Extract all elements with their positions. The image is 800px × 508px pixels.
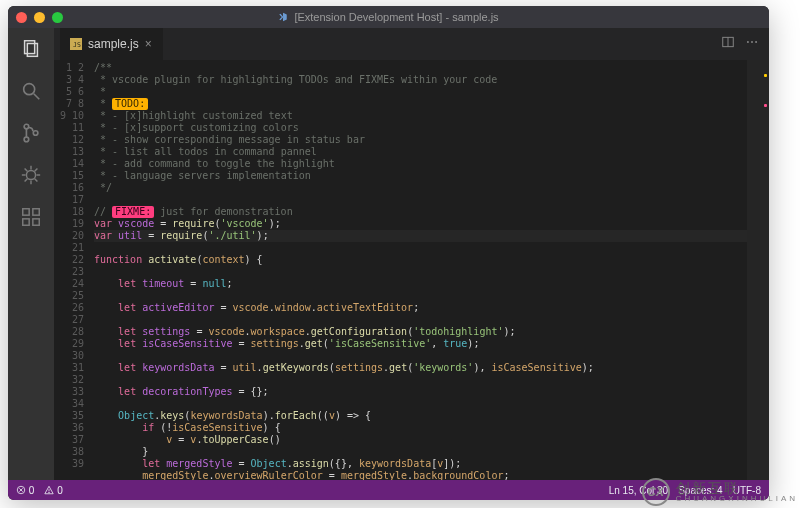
minimap[interactable] xyxy=(747,60,769,480)
svg-rect-16 xyxy=(23,209,29,215)
window-title-text: [Extension Development Host] - sample.js xyxy=(294,11,498,23)
minimize-window-icon[interactable] xyxy=(34,12,45,23)
svg-rect-17 xyxy=(23,219,29,225)
source-control-icon[interactable] xyxy=(20,122,42,148)
activity-bar xyxy=(8,28,54,480)
watermark-text-en: CHUANGXINHULIAN xyxy=(676,495,798,503)
svg-rect-18 xyxy=(33,219,39,225)
search-icon[interactable] xyxy=(20,80,42,106)
javascript-file-icon: JS xyxy=(70,38,82,50)
editor-group: JS sample.js × 1 2 3 4 5 6 7 8 9 10 11 1… xyxy=(54,28,769,480)
svg-point-24 xyxy=(747,41,749,43)
tab-sample-js[interactable]: JS sample.js × xyxy=(60,28,163,60)
more-actions-icon[interactable] xyxy=(745,35,759,53)
svg-point-26 xyxy=(755,41,757,43)
line-number-gutter: 1 2 3 4 5 6 7 8 9 10 11 12 13 14 15 16 1… xyxy=(54,60,94,480)
svg-point-5 xyxy=(24,137,29,142)
svg-line-13 xyxy=(35,169,38,172)
close-window-icon[interactable] xyxy=(16,12,27,23)
svg-line-12 xyxy=(25,169,28,172)
code-content[interactable]: /** * vscode plugin for highlighting TOD… xyxy=(94,60,769,480)
svg-point-25 xyxy=(751,41,753,43)
svg-rect-0 xyxy=(25,41,35,54)
app-window: [Extension Development Host] - sample.js… xyxy=(8,6,769,500)
editor[interactable]: 1 2 3 4 5 6 7 8 9 10 11 12 13 14 15 16 1… xyxy=(54,60,769,480)
svg-text:JS: JS xyxy=(73,41,81,49)
svg-rect-1 xyxy=(27,44,37,57)
watermark-text-cn: 创新互联 xyxy=(676,481,798,495)
watermark-logo-icon: CX xyxy=(642,478,670,506)
explorer-icon[interactable] xyxy=(20,38,42,64)
tab-label: sample.js xyxy=(88,37,139,51)
editor-actions xyxy=(721,28,769,60)
extensions-icon[interactable] xyxy=(20,206,42,232)
watermark: CX 创新互联 CHUANGXINHULIAN xyxy=(642,478,798,506)
tab-bar: JS sample.js × xyxy=(54,28,769,60)
svg-rect-19 xyxy=(33,209,39,215)
svg-line-3 xyxy=(34,94,40,100)
svg-line-15 xyxy=(35,179,38,182)
vscode-logo-icon xyxy=(278,12,288,22)
status-warnings[interactable]: 0 xyxy=(44,485,62,496)
split-editor-icon[interactable] xyxy=(721,35,735,53)
svg-line-14 xyxy=(25,179,28,182)
svg-point-6 xyxy=(33,131,38,136)
status-errors[interactable]: 0 xyxy=(16,485,34,496)
zoom-window-icon[interactable] xyxy=(52,12,63,23)
window-title: [Extension Development Host] - sample.js xyxy=(278,11,498,23)
debug-icon[interactable] xyxy=(20,164,42,190)
svg-point-2 xyxy=(24,84,35,95)
title-bar[interactable]: [Extension Development Host] - sample.js xyxy=(8,6,769,28)
svg-point-4 xyxy=(24,124,29,129)
traffic-lights xyxy=(16,12,63,23)
close-tab-icon[interactable]: × xyxy=(145,37,152,51)
svg-point-31 xyxy=(49,492,50,493)
svg-point-7 xyxy=(26,170,35,179)
